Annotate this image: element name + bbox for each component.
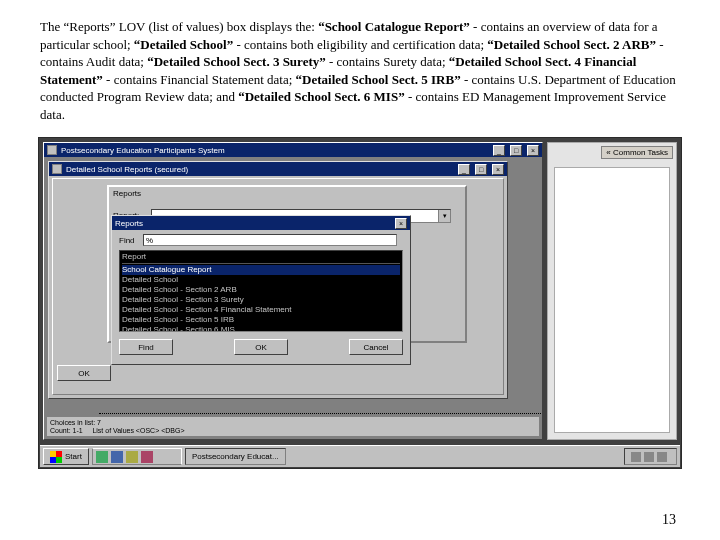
desc-item-1: “Detailed School” — [134, 37, 233, 52]
system-tray — [624, 448, 677, 465]
bottom-button-row: OK — [57, 365, 111, 381]
reports-titlebar[interactable]: Detailed School Reports (secured) _ □ × — [49, 162, 507, 176]
lov-list-item[interactable]: School Catalogue Report — [122, 265, 400, 275]
ql-icon[interactable] — [141, 451, 153, 463]
lov-ok-button[interactable]: OK — [234, 339, 288, 355]
taskbar: Start Postsecondary Educat... — [40, 445, 680, 467]
desc-item-0: “School Catalogue Report” — [318, 19, 470, 34]
dotted-divider — [99, 413, 541, 414]
ok-button[interactable]: OK — [57, 365, 111, 381]
panel-title: Reports — [113, 189, 141, 198]
desc-item-3: “Detailed School Sect. 3 Surety” — [147, 54, 326, 69]
chevron-down-icon[interactable]: ▾ — [438, 210, 450, 222]
app-system-icon[interactable] — [47, 145, 57, 155]
status-line-1: Choices in list: 7 — [50, 419, 536, 426]
tray-icon[interactable] — [644, 452, 654, 462]
tray-icon[interactable] — [631, 452, 641, 462]
lov-find-button[interactable]: Find — [119, 339, 173, 355]
tray-icon[interactable] — [657, 452, 667, 462]
reports-title: Detailed School Reports (secured) — [66, 165, 188, 174]
page-number: 13 — [662, 512, 676, 528]
lov-cancel-button[interactable]: Cancel — [349, 339, 403, 355]
ql-icon[interactable] — [111, 451, 123, 463]
maximize-button[interactable]: □ — [510, 145, 522, 156]
app-window: Postsecondary Education Participants Sys… — [43, 142, 543, 440]
lov-titlebar[interactable]: Reports × — [112, 216, 410, 230]
lov-find-input[interactable]: % — [143, 234, 397, 246]
right-panel-body — [554, 167, 670, 433]
lov-list-item[interactable]: Detailed School - Section 3 Surety — [122, 295, 400, 305]
common-tasks-tab[interactable]: « Common Tasks — [601, 146, 673, 159]
embedded-screenshot: « Common Tasks Postsecondary Education P… — [38, 137, 682, 469]
app-statusbar: Choices in list: 7 Count: 1-1 List of Va… — [47, 416, 539, 436]
reports-close-button[interactable]: × — [492, 164, 504, 175]
reports-system-icon[interactable] — [52, 164, 62, 174]
lov-button-row: Find OK Cancel — [119, 339, 403, 357]
right-panel: « Common Tasks — [547, 142, 677, 440]
desc-prefix: The “Reports” LOV (list of values) box d… — [40, 19, 318, 34]
desc-item-6: “Detailed School Sect. 6 MIS” — [238, 89, 404, 104]
app-title: Postsecondary Education Participants Sys… — [61, 146, 225, 155]
close-button[interactable]: × — [527, 145, 539, 156]
lov-list-item[interactable]: Detailed School - Section 5 IRB — [122, 315, 400, 325]
description-paragraph: The “Reports” LOV (list of values) box d… — [0, 0, 720, 131]
lov-list-item[interactable]: Detailed School - Section 2 ARB — [122, 285, 400, 295]
lov-list-item[interactable]: Detailed School - Section 6 MIS — [122, 325, 400, 332]
lov-dialog: Reports × Find % Report School Catalog — [111, 215, 411, 365]
lov-list-item[interactable]: Detailed School - Section 4 Financial St… — [122, 305, 400, 315]
status-line-2: Count: 1-1 List of Values <OSC> <DBG> — [50, 427, 536, 434]
lov-body: Find % Report School Catalogue Report De… — [115, 232, 407, 361]
mdi-client-area: Detailed School Reports (secured) _ □ × … — [46, 159, 540, 413]
reports-window: Detailed School Reports (secured) _ □ × … — [48, 161, 508, 399]
lov-title: Reports — [115, 219, 143, 228]
lov-list[interactable]: Report School Catalogue Report Detailed … — [119, 250, 403, 332]
lov-find-label: Find — [119, 236, 135, 245]
quick-launch — [92, 448, 182, 465]
reports-body: Reports Report: ▾ Parameters OPE: — [52, 178, 504, 395]
app-titlebar[interactable]: Postsecondary Education Participants Sys… — [44, 143, 542, 157]
start-button[interactable]: Start — [43, 448, 89, 465]
windows-logo-icon — [50, 451, 62, 463]
ql-icon[interactable] — [96, 451, 108, 463]
reports-minimize-button[interactable]: _ — [458, 164, 470, 175]
lov-list-item[interactable]: Detailed School — [122, 275, 400, 285]
lov-close-button[interactable]: × — [395, 218, 407, 229]
desc-item-2: “Detailed School Sect. 2 ARB” — [487, 37, 656, 52]
ql-icon[interactable] — [126, 451, 138, 463]
chevron-left-icon: « — [606, 148, 610, 157]
minimize-button[interactable]: _ — [493, 145, 505, 156]
taskbar-task-button[interactable]: Postsecondary Educat... — [185, 448, 286, 465]
desc-item-5: “Detailed School Sect. 5 IRB” — [296, 72, 461, 87]
lov-list-header: Report — [122, 252, 400, 264]
reports-maximize-button[interactable]: □ — [475, 164, 487, 175]
